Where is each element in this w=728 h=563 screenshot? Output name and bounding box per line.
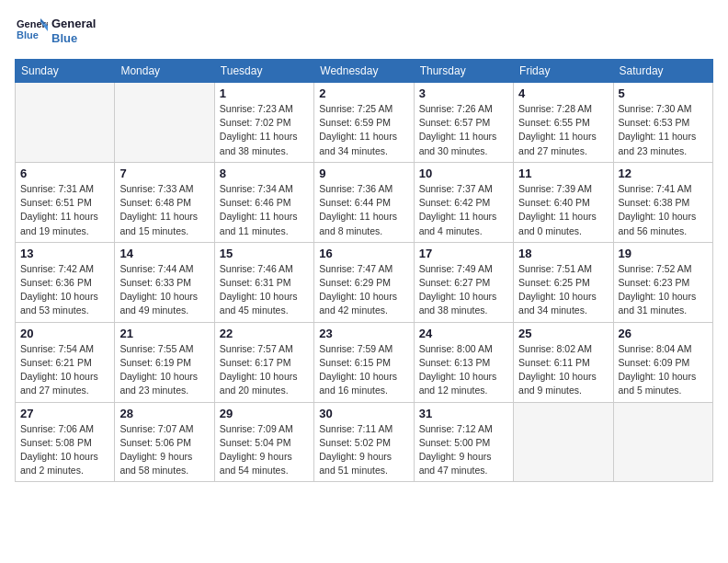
day-number: 5 [619, 86, 708, 100]
day-number: 10 [419, 167, 508, 180]
day-info: Sunrise: 7:37 AM Sunset: 6:42 PM Dayligh… [419, 182, 508, 238]
day-number: 4 [518, 86, 608, 100]
calendar-cell: 16Sunrise: 7:47 AM Sunset: 6:29 PM Dayli… [314, 242, 414, 322]
calendar-cell: 4Sunrise: 7:28 AM Sunset: 6:55 PM Daylig… [514, 83, 613, 163]
day-number: 2 [319, 86, 408, 100]
day-info: Sunrise: 7:42 AM Sunset: 6:36 PM Dayligh… [20, 262, 109, 318]
day-number: 19 [619, 247, 708, 260]
day-info: Sunrise: 7:28 AM Sunset: 6:55 PM Dayligh… [518, 102, 608, 158]
day-number: 21 [119, 327, 209, 340]
calendar-cell: 28Sunrise: 7:07 AM Sunset: 5:06 PM Dayli… [115, 402, 214, 482]
day-info: Sunrise: 7:39 AM Sunset: 6:40 PM Dayligh… [518, 182, 608, 238]
calendar-cell [613, 402, 712, 482]
day-number: 24 [419, 327, 508, 340]
day-info: Sunrise: 8:00 AM Sunset: 6:13 PM Dayligh… [419, 342, 508, 398]
day-number: 15 [220, 247, 309, 260]
calendar-cell: 18Sunrise: 7:51 AM Sunset: 6:25 PM Dayli… [514, 242, 613, 322]
weekday-header: Thursday [414, 60, 513, 83]
calendar-week-row: 20Sunrise: 7:54 AM Sunset: 6:21 PM Dayli… [16, 322, 713, 402]
day-number: 17 [419, 247, 508, 260]
calendar-week-row: 1Sunrise: 7:23 AM Sunset: 7:02 PM Daylig… [16, 83, 713, 163]
svg-text:Blue: Blue [17, 29, 39, 40]
day-info: Sunrise: 7:31 AM Sunset: 6:51 PM Dayligh… [20, 182, 109, 238]
logo-blue-text: Blue [51, 31, 96, 46]
logo-general-text: General [51, 17, 96, 31]
calendar-cell: 15Sunrise: 7:46 AM Sunset: 6:31 PM Dayli… [214, 242, 313, 322]
calendar-cell: 24Sunrise: 8:00 AM Sunset: 6:13 PM Dayli… [414, 322, 513, 402]
day-number: 9 [319, 167, 408, 180]
day-info: Sunrise: 7:09 AM Sunset: 5:04 PM Dayligh… [220, 422, 309, 478]
calendar-cell: 5Sunrise: 7:30 AM Sunset: 6:53 PM Daylig… [613, 83, 712, 163]
calendar-cell: 29Sunrise: 7:09 AM Sunset: 5:04 PM Dayli… [214, 402, 313, 482]
calendar-cell: 19Sunrise: 7:52 AM Sunset: 6:23 PM Dayli… [613, 242, 712, 322]
day-info: Sunrise: 7:57 AM Sunset: 6:17 PM Dayligh… [220, 342, 309, 398]
calendar-cell: 3Sunrise: 7:26 AM Sunset: 6:57 PM Daylig… [414, 83, 513, 163]
calendar-cell: 17Sunrise: 7:49 AM Sunset: 6:27 PM Dayli… [414, 242, 513, 322]
day-number: 26 [619, 327, 708, 340]
day-info: Sunrise: 7:23 AM Sunset: 7:02 PM Dayligh… [220, 102, 309, 158]
day-number: 3 [419, 86, 508, 100]
day-info: Sunrise: 7:49 AM Sunset: 6:27 PM Dayligh… [419, 262, 508, 318]
day-info: Sunrise: 7:46 AM Sunset: 6:31 PM Dayligh… [220, 262, 309, 318]
calendar-cell: 21Sunrise: 7:55 AM Sunset: 6:19 PM Dayli… [115, 322, 214, 402]
calendar-week-row: 6Sunrise: 7:31 AM Sunset: 6:51 PM Daylig… [16, 162, 713, 242]
day-number: 12 [619, 167, 708, 180]
day-info: Sunrise: 7:44 AM Sunset: 6:33 PM Dayligh… [119, 262, 209, 318]
weekday-header: Tuesday [214, 60, 313, 83]
calendar-cell: 7Sunrise: 7:33 AM Sunset: 6:48 PM Daylig… [115, 162, 214, 242]
weekday-header-row: SundayMondayTuesdayWednesdayThursdayFrid… [16, 60, 713, 83]
day-info: Sunrise: 7:36 AM Sunset: 6:44 PM Dayligh… [319, 182, 408, 238]
day-number: 29 [220, 407, 309, 420]
day-number: 30 [319, 407, 408, 420]
calendar-cell: 31Sunrise: 7:12 AM Sunset: 5:00 PM Dayli… [414, 402, 513, 482]
day-info: Sunrise: 7:06 AM Sunset: 5:08 PM Dayligh… [20, 422, 109, 478]
day-info: Sunrise: 7:11 AM Sunset: 5:02 PM Dayligh… [319, 422, 408, 478]
day-number: 1 [220, 86, 309, 100]
day-info: Sunrise: 7:47 AM Sunset: 6:29 PM Dayligh… [319, 262, 408, 318]
day-info: Sunrise: 7:33 AM Sunset: 6:48 PM Dayligh… [119, 182, 209, 238]
day-info: Sunrise: 7:41 AM Sunset: 6:38 PM Dayligh… [619, 182, 708, 238]
day-number: 20 [20, 327, 109, 340]
weekday-header: Friday [514, 60, 613, 83]
day-info: Sunrise: 7:59 AM Sunset: 6:15 PM Dayligh… [319, 342, 408, 398]
day-info: Sunrise: 7:51 AM Sunset: 6:25 PM Dayligh… [518, 262, 608, 318]
calendar-cell [115, 83, 214, 163]
calendar-week-row: 13Sunrise: 7:42 AM Sunset: 6:36 PM Dayli… [16, 242, 713, 322]
calendar-cell: 26Sunrise: 8:04 AM Sunset: 6:09 PM Dayli… [613, 322, 712, 402]
day-number: 13 [20, 247, 109, 260]
day-number: 28 [119, 407, 209, 420]
day-number: 22 [220, 327, 309, 340]
day-info: Sunrise: 7:54 AM Sunset: 6:21 PM Dayligh… [20, 342, 109, 398]
day-number: 11 [518, 167, 608, 180]
calendar-cell: 22Sunrise: 7:57 AM Sunset: 6:17 PM Dayli… [214, 322, 313, 402]
day-info: Sunrise: 7:26 AM Sunset: 6:57 PM Dayligh… [419, 102, 508, 158]
calendar-cell: 1Sunrise: 7:23 AM Sunset: 7:02 PM Daylig… [214, 83, 313, 163]
calendar-week-row: 27Sunrise: 7:06 AM Sunset: 5:08 PM Dayli… [16, 402, 713, 482]
day-number: 27 [20, 407, 109, 420]
calendar-cell: 10Sunrise: 7:37 AM Sunset: 6:42 PM Dayli… [414, 162, 513, 242]
calendar-cell [16, 83, 115, 163]
calendar-cell: 9Sunrise: 7:36 AM Sunset: 6:44 PM Daylig… [314, 162, 414, 242]
calendar-cell: 6Sunrise: 7:31 AM Sunset: 6:51 PM Daylig… [16, 162, 115, 242]
calendar-cell: 23Sunrise: 7:59 AM Sunset: 6:15 PM Dayli… [314, 322, 414, 402]
day-info: Sunrise: 7:34 AM Sunset: 6:46 PM Dayligh… [220, 182, 309, 238]
day-number: 8 [220, 167, 309, 180]
day-number: 16 [319, 247, 408, 260]
day-info: Sunrise: 8:02 AM Sunset: 6:11 PM Dayligh… [518, 342, 608, 398]
day-info: Sunrise: 8:04 AM Sunset: 6:09 PM Dayligh… [619, 342, 708, 398]
day-number: 18 [518, 247, 608, 260]
calendar-cell: 30Sunrise: 7:11 AM Sunset: 5:02 PM Dayli… [314, 402, 414, 482]
calendar-cell: 13Sunrise: 7:42 AM Sunset: 6:36 PM Dayli… [16, 242, 115, 322]
day-info: Sunrise: 7:25 AM Sunset: 6:59 PM Dayligh… [319, 102, 408, 158]
day-number: 7 [119, 167, 209, 180]
day-number: 6 [20, 167, 109, 180]
day-number: 31 [419, 407, 508, 420]
calendar-cell: 14Sunrise: 7:44 AM Sunset: 6:33 PM Dayli… [115, 242, 214, 322]
day-info: Sunrise: 7:30 AM Sunset: 6:53 PM Dayligh… [619, 102, 708, 158]
day-info: Sunrise: 7:12 AM Sunset: 5:00 PM Dayligh… [419, 422, 508, 478]
weekday-header: Wednesday [314, 60, 414, 83]
page-header: General Blue General Blue [15, 15, 713, 48]
calendar-cell: 2Sunrise: 7:25 AM Sunset: 6:59 PM Daylig… [314, 83, 414, 163]
calendar-cell: 27Sunrise: 7:06 AM Sunset: 5:08 PM Dayli… [16, 402, 115, 482]
day-info: Sunrise: 7:07 AM Sunset: 5:06 PM Dayligh… [119, 422, 209, 478]
